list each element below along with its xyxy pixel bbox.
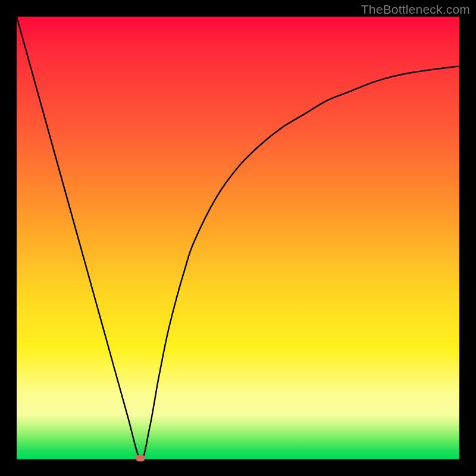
curve-minimum-marker xyxy=(136,455,145,461)
chart-plot-area xyxy=(17,17,459,459)
bottleneck-curve xyxy=(17,17,459,459)
chart-frame: TheBottleneck.com xyxy=(0,0,476,476)
watermark-text: TheBottleneck.com xyxy=(361,2,470,17)
curve-path xyxy=(17,17,459,459)
